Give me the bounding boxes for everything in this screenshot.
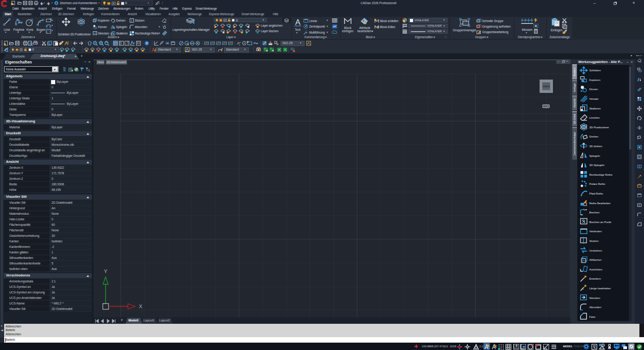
svg-text:A: A [295,18,301,27]
svg-text:1: 1 [305,30,307,33]
svg-text:A: A [152,47,155,52]
svg-text:Y: Y [104,269,108,274]
svg-text:?: ? [146,41,148,46]
svg-text:X: X [139,304,143,309]
